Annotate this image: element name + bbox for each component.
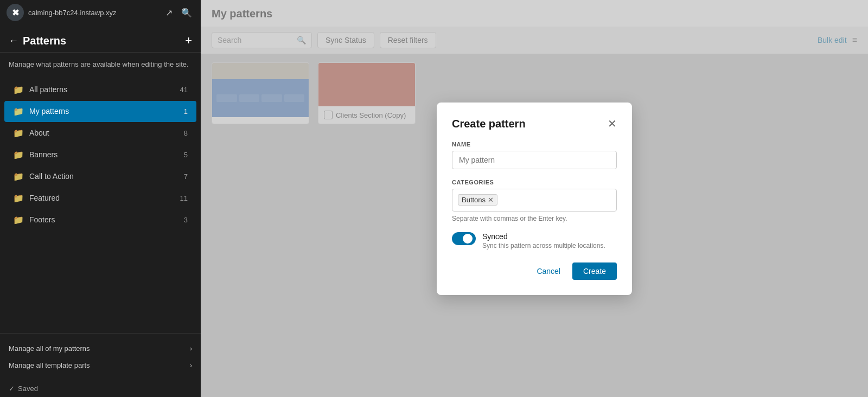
pattern-name-input[interactable]: [452, 151, 617, 169]
sidebar-item-banners[interactable]: 📁 Banners 5: [4, 144, 196, 165]
checkmark-icon: ✓: [9, 385, 15, 393]
nav-label: Featured: [29, 194, 175, 202]
sidebar-item-my-patterns[interactable]: 📁 My patterns 1: [4, 101, 196, 122]
sidebar-footer: Manage all of my patterns › Manage all t…: [0, 333, 201, 380]
nav-count: 7: [184, 172, 188, 181]
sync-label-group: Synced Sync this pattern across multiple…: [482, 232, 605, 249]
synced-label: Synced: [482, 232, 605, 241]
close-dialog-button[interactable]: ✕: [608, 118, 617, 129]
categories-field-group: CATEGORIES Buttons ✕ Separate with comma…: [452, 179, 617, 222]
nav-label: About: [29, 129, 178, 137]
sidebar-nav: 📁 All patterns 41 📁 My patterns 1 📁 Abou…: [0, 76, 201, 334]
sidebar-title: Patterns: [23, 35, 66, 47]
sidebar-item-all-patterns[interactable]: 📁 All patterns 41: [4, 79, 196, 100]
category-tag-label: Buttons: [462, 196, 486, 204]
remove-tag-button[interactable]: ✕: [488, 196, 494, 203]
footer-link-label: Manage all of my patterns: [9, 344, 90, 353]
categories-input[interactable]: Buttons ✕: [452, 189, 617, 212]
manage-template-parts-link[interactable]: Manage all template parts ›: [9, 357, 192, 374]
dialog-header: Create pattern ✕: [452, 118, 617, 130]
saved-status: ✓ Saved: [0, 380, 201, 397]
create-pattern-dialog: Create pattern ✕ NAME CATEGORIES Buttons…: [437, 103, 632, 295]
sync-toggle[interactable]: [452, 232, 476, 245]
nav-count: 11: [180, 194, 188, 202]
nav-count: 41: [180, 86, 188, 94]
sync-row: Synced Sync this pattern across multiple…: [452, 232, 617, 249]
saved-label: Saved: [18, 385, 38, 393]
chevron-right-icon: ›: [190, 362, 192, 369]
search-icon[interactable]: 🔍: [179, 5, 194, 20]
toggle-slider: [452, 232, 476, 245]
categories-hint: Separate with commas or the Enter key.: [452, 215, 617, 222]
chevron-right-icon: ›: [190, 345, 192, 353]
dialog-title: Create pattern: [452, 118, 526, 130]
category-tag: Buttons ✕: [458, 194, 497, 206]
sidebar-item-about[interactable]: 📁 About 8: [4, 123, 196, 144]
categories-label: CATEGORIES: [452, 179, 617, 185]
sidebar-item-featured[interactable]: 📁 Featured 11: [4, 188, 196, 209]
nav-count: 8: [184, 129, 188, 137]
folder-icon: 📁: [13, 193, 24, 203]
modal-overlay: Create pattern ✕ NAME CATEGORIES Buttons…: [201, 0, 868, 397]
add-pattern-button[interactable]: +: [185, 34, 192, 48]
folder-icon: 📁: [13, 106, 24, 117]
topbar-icons: ↗ 🔍: [163, 5, 194, 20]
site-name: calming-bb7c24.instawp.xyz: [28, 9, 159, 17]
dialog-actions: Cancel Create: [452, 262, 617, 280]
nav-label: My patterns: [29, 107, 178, 116]
name-field-group: NAME: [452, 141, 617, 169]
folder-icon: 📁: [13, 215, 24, 225]
nav-label: Banners: [29, 150, 178, 159]
nav-count: 1: [184, 107, 188, 116]
wp-logo: ✖: [7, 4, 24, 21]
sidebar-description: Manage what patterns are available when …: [0, 53, 201, 76]
footer-link-label: Manage all template parts: [9, 361, 90, 369]
create-button[interactable]: Create: [572, 262, 617, 280]
manage-my-patterns-link[interactable]: Manage all of my patterns ›: [9, 340, 192, 357]
sidebar: ✖ calming-bb7c24.instawp.xyz ↗ 🔍 ← Patte…: [0, 0, 201, 397]
folder-icon: 📁: [13, 150, 24, 160]
external-link-icon[interactable]: ↗: [163, 5, 175, 20]
nav-label: Call to Action: [29, 172, 178, 181]
back-button[interactable]: ←: [9, 35, 18, 47]
main-content: My patterns 🔍 Sync Status Reset filters …: [201, 0, 868, 397]
sidebar-header: ← Patterns +: [0, 25, 201, 53]
sidebar-item-footers[interactable]: 📁 Footers 3: [4, 209, 196, 230]
sidebar-item-call-to-action[interactable]: 📁 Call to Action 7: [4, 166, 196, 187]
nav-label: All patterns: [29, 85, 175, 94]
folder-icon: 📁: [13, 171, 24, 182]
nav-count: 5: [184, 151, 188, 159]
nav-label: Footers: [29, 215, 178, 224]
synced-desc: Sync this pattern across multiple locati…: [482, 242, 605, 249]
folder-icon: 📁: [13, 128, 24, 138]
nav-count: 3: [184, 216, 188, 224]
topbar: ✖ calming-bb7c24.instawp.xyz ↗ 🔍: [0, 0, 201, 25]
cancel-button[interactable]: Cancel: [530, 262, 567, 280]
name-label: NAME: [452, 141, 617, 148]
folder-icon: 📁: [13, 85, 24, 95]
